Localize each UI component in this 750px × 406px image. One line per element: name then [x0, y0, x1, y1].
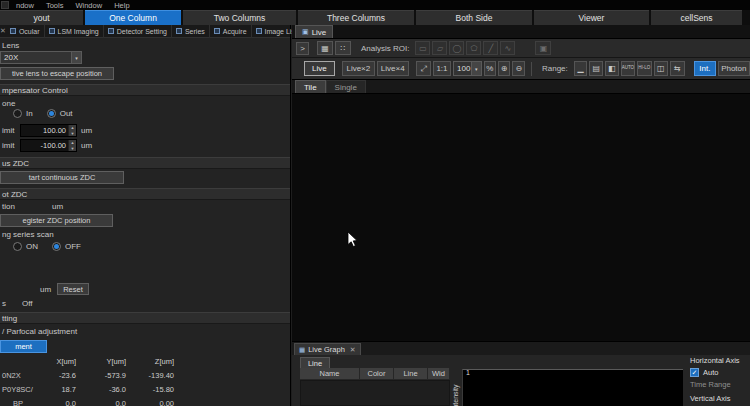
- line-tab[interactable]: Line: [300, 357, 330, 368]
- lsm-imaging-icon: [49, 28, 55, 34]
- range-hilo-icon[interactable]: HI-LO: [637, 61, 652, 76]
- range-min-icon[interactable]: ▁: [574, 61, 588, 76]
- series-scan-label: ng series scan: [2, 230, 54, 239]
- tab-layout[interactable]: yout: [0, 10, 83, 25]
- roi-polygon-icon[interactable]: ⬠: [466, 41, 481, 55]
- intensity-graph: Intensity 1: [450, 368, 684, 406]
- roi-ellipse-icon[interactable]: ◯: [449, 41, 464, 55]
- objective-lens-value: 20X: [1, 53, 71, 62]
- zoom-level-select[interactable]: 100 ▾: [453, 61, 482, 76]
- move-objective-escape-button[interactable]: tive lens to escape position: [0, 67, 114, 80]
- roi-rotated-rectangle-icon[interactable]: ▱: [432, 41, 447, 55]
- zoom-level-value: 100: [454, 64, 471, 73]
- close-icon[interactable]: ✕: [350, 346, 356, 354]
- upper-limit-input[interactable]: 100.00 ▲▼: [20, 124, 77, 137]
- range-palette-icon[interactable]: ▤: [589, 61, 603, 76]
- fit-to-window-icon[interactable]: ⤢: [416, 61, 431, 76]
- menu-item-window-partial[interactable]: ndow: [16, 1, 34, 10]
- analysis-roi-label: Analysis ROI:: [361, 44, 409, 53]
- register-zdc-position-button[interactable]: egister ZDC position: [0, 214, 113, 227]
- start-continuous-zdc-button[interactable]: tart continuous ZDC: [0, 171, 124, 184]
- tab-two-columns[interactable]: Two Columns: [183, 10, 296, 25]
- tab-ocular[interactable]: Ocular: [6, 25, 45, 38]
- zoom-in-icon[interactable]: ⊕: [498, 61, 511, 76]
- width-column-header[interactable]: Wid: [428, 368, 450, 380]
- lens-offset-table: X[um] Y[um] Z[um] 0N2X -23.6 -573.9 -139…: [0, 354, 185, 406]
- roi-manager-icon[interactable]: ▣: [535, 41, 551, 55]
- live-image-area[interactable]: [292, 94, 750, 341]
- in-radio[interactable]: [13, 109, 22, 118]
- range-auto-icon[interactable]: AUTO: [621, 61, 636, 76]
- compensator-control-header[interactable]: mpensator Control: [0, 84, 290, 96]
- auto-checkbox-label: Auto: [703, 368, 718, 377]
- table-row[interactable]: 0N2X -23.6 -573.9 -139.40: [0, 368, 185, 382]
- out-radio[interactable]: [47, 109, 56, 118]
- off-radio[interactable]: [52, 242, 61, 251]
- table-row[interactable]: P0Y8SC/ 18.7 -36.0 -15.80: [0, 382, 185, 396]
- upper-limit-value: 100.00: [21, 126, 68, 135]
- tab-cellsens[interactable]: cellSens: [651, 10, 742, 25]
- layout-grid-icon[interactable]: ▦: [317, 41, 333, 55]
- tab-acquire[interactable]: Acquire: [210, 25, 252, 38]
- single-tab[interactable]: Single: [326, 80, 366, 93]
- line-column-header[interactable]: Line: [394, 368, 428, 380]
- live-graph-tab[interactable]: ▦ Live Graph ✕: [294, 343, 361, 355]
- live-x4-button[interactable]: Live×4: [377, 61, 409, 76]
- lut-swap-icon[interactable]: ⇆: [670, 61, 685, 76]
- lut-split-icon[interactable]: ◫: [654, 61, 669, 76]
- z-cell: 0.00: [128, 399, 176, 406]
- tab-viewer[interactable]: Viewer: [534, 10, 649, 25]
- tab-detector-setting[interactable]: Detector Setting: [104, 25, 172, 38]
- focus-zdc-header[interactable]: us ZDC: [0, 157, 290, 169]
- roi-freehand-icon[interactable]: ∿: [500, 41, 515, 55]
- x-column-header: X[um]: [50, 357, 78, 366]
- tab-ocular-label: Ocular: [19, 28, 40, 35]
- detector-setting-icon: [108, 28, 114, 34]
- tab-three-columns[interactable]: Three Columns: [298, 10, 414, 25]
- roi-line-icon[interactable]: ╱: [483, 41, 498, 55]
- upper-limit-stepper[interactable]: ▲▼: [68, 125, 76, 136]
- range-half-icon[interactable]: ◧: [605, 61, 619, 76]
- lens-name-cell: 0N2X: [0, 371, 50, 380]
- photon-mode-button[interactable]: Photon: [718, 61, 750, 76]
- off-radio-label: OFF: [65, 242, 81, 251]
- dot-grid-icon[interactable]: ∷: [335, 41, 351, 55]
- tab-lsm-imaging[interactable]: LSM Imaging: [45, 25, 104, 38]
- live-button[interactable]: Live: [304, 61, 335, 76]
- lower-limit-input[interactable]: -100.00 ▲▼: [20, 139, 77, 152]
- reset-button[interactable]: Reset: [57, 283, 89, 295]
- auto-checkbox[interactable]: ✓: [690, 368, 699, 377]
- on-radio-label: ON: [26, 242, 38, 251]
- one-to-one-zoom-button[interactable]: 1:1: [433, 61, 451, 76]
- alignment-button[interactable]: ment: [0, 340, 47, 353]
- graph-table-body[interactable]: [300, 380, 450, 406]
- tab-series[interactable]: Series: [172, 25, 210, 38]
- lens-table-header: X[um] Y[um] Z[um]: [0, 354, 185, 368]
- tab-one-column[interactable]: One Column: [85, 10, 181, 25]
- objective-lens-select[interactable]: 20X ▾: [0, 51, 82, 64]
- lower-limit-stepper[interactable]: ▲▼: [68, 140, 76, 151]
- setting-header[interactable]: tting: [0, 312, 290, 324]
- live-x2-button[interactable]: Live×2: [342, 61, 374, 76]
- menu-item-tools[interactable]: Tools: [46, 1, 64, 10]
- zoom-out-icon[interactable]: ⊖: [512, 61, 525, 76]
- status-off-value: Off: [22, 299, 33, 308]
- menu-item-help[interactable]: Help: [114, 1, 129, 10]
- tab-both-side[interactable]: Both Side: [416, 10, 532, 25]
- expand-panel-button[interactable]: >: [296, 42, 309, 55]
- tile-tab[interactable]: Tile: [295, 80, 326, 93]
- graph-tab-bar: ▦ Live Graph ✕: [292, 342, 750, 355]
- axis-options: Horizontal Axis ✓ Auto Time Range Vertic…: [690, 356, 748, 403]
- on-radio[interactable]: [13, 242, 22, 251]
- roi-rectangle-icon[interactable]: ▭: [415, 41, 430, 55]
- z-cell: -139.40: [128, 371, 176, 380]
- name-column-header[interactable]: Name: [300, 368, 360, 380]
- color-column-header[interactable]: Color: [360, 368, 394, 380]
- intensity-mode-button[interactable]: Int.: [694, 61, 716, 76]
- one-shot-zdc-header[interactable]: ot ZDC: [0, 188, 290, 200]
- table-row[interactable]: BP 0.0 0.0 0.00: [0, 396, 185, 406]
- graph-plot-area[interactable]: 1: [462, 369, 683, 406]
- menu-item-window[interactable]: Window: [75, 1, 102, 10]
- menubar: ndow Tools Window Help: [0, 0, 750, 10]
- live-document-tab[interactable]: ▣ Live: [295, 25, 333, 38]
